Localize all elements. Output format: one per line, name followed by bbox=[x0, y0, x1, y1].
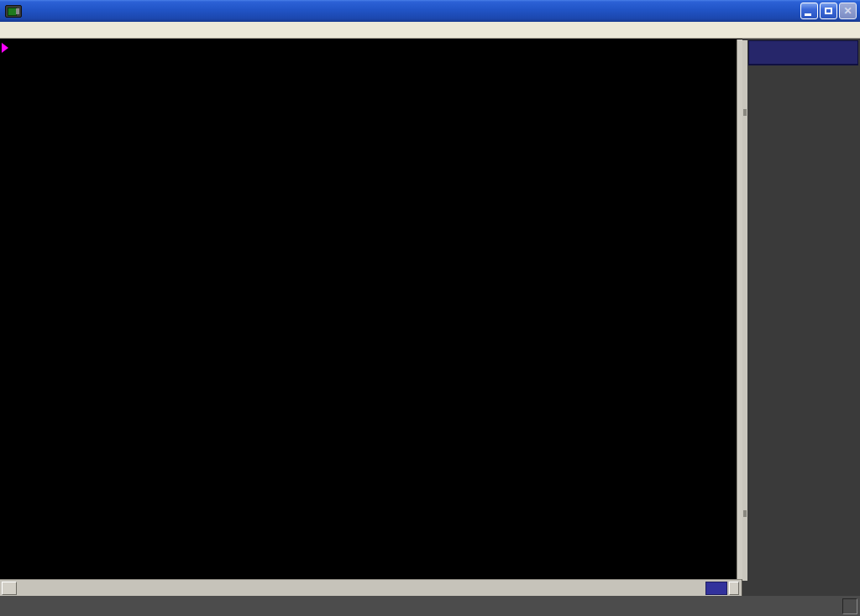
warning-badge bbox=[729, 582, 739, 595]
instrument-status-bar bbox=[0, 596, 860, 616]
app-icon bbox=[5, 5, 22, 18]
channel-status-bar bbox=[0, 579, 742, 596]
title-bar: ✕ bbox=[0, 0, 860, 22]
restore-button[interactable] bbox=[820, 3, 837, 19]
trace-status-line[interactable] bbox=[2, 43, 13, 53]
datetime-display bbox=[842, 598, 857, 614]
minimize-icon bbox=[805, 13, 811, 16]
restore-icon bbox=[825, 8, 832, 14]
menu-bar bbox=[0, 22, 860, 39]
softkey-scrollbar[interactable] bbox=[742, 40, 747, 581]
application-window: ✕ bbox=[0, 0, 860, 616]
channel-number-badge bbox=[2, 582, 17, 595]
active-trace-arrow-icon bbox=[2, 43, 8, 53]
softkey-menu-title bbox=[748, 40, 858, 65]
instrument-display bbox=[0, 39, 737, 579]
correction-badge bbox=[705, 582, 727, 595]
close-button[interactable]: ✕ bbox=[839, 3, 857, 19]
graticule-plot bbox=[66, 63, 736, 566]
screen-edge-strip bbox=[737, 39, 742, 579]
minimize-button[interactable] bbox=[800, 3, 818, 19]
softkey-sidebar bbox=[742, 39, 860, 596]
close-icon: ✕ bbox=[843, 5, 852, 17]
